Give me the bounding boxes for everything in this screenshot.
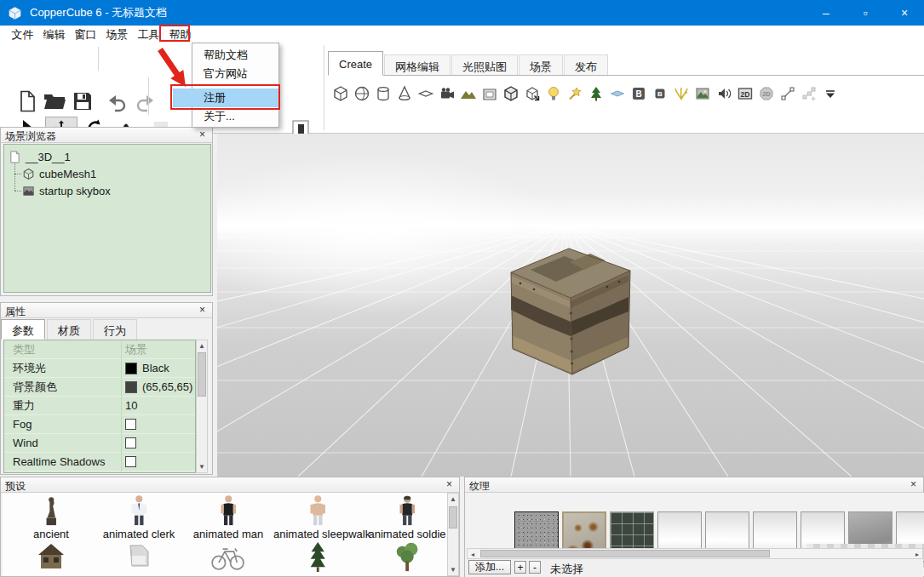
scene-browser-close-icon[interactable]: × bbox=[196, 129, 209, 141]
property-value[interactable]: 10 bbox=[121, 397, 195, 415]
tree-item-__3d__1[interactable]: __3D__1 bbox=[9, 148, 71, 165]
close-button[interactable]: × bbox=[885, 0, 924, 26]
cone-icon[interactable] bbox=[396, 85, 413, 102]
terrain-icon[interactable] bbox=[460, 85, 477, 102]
property-value[interactable] bbox=[121, 434, 195, 453]
connections-disabled-icon[interactable] bbox=[801, 85, 818, 102]
cylinder-icon[interactable] bbox=[375, 85, 392, 102]
color-swatch[interactable] bbox=[125, 381, 137, 393]
redo-icon[interactable] bbox=[134, 93, 156, 113]
menubar-item-1[interactable]: 文件 bbox=[7, 26, 38, 42]
scroll-up-icon[interactable]: ▲ bbox=[448, 494, 458, 505]
open-folder-icon[interactable] bbox=[43, 91, 66, 111]
minimize-button[interactable]: – bbox=[806, 0, 846, 26]
preset-armchair[interactable] bbox=[95, 540, 183, 573]
particle-system-icon[interactable] bbox=[566, 85, 583, 102]
checkbox[interactable] bbox=[125, 456, 136, 467]
more-dropdown-icon[interactable] bbox=[822, 85, 839, 102]
tab-2[interactable]: 网格编辑 bbox=[384, 54, 451, 75]
scroll-down-icon[interactable]: ▼ bbox=[448, 564, 458, 575]
overlay-2d-disabled-icon[interactable]: 2D bbox=[758, 85, 775, 102]
preset-person-clerk[interactable]: animated clerk bbox=[95, 494, 183, 540]
preset-thumbnail bbox=[95, 494, 183, 527]
mesh-box-icon[interactable] bbox=[502, 85, 519, 102]
viewport-3d[interactable] bbox=[217, 134, 924, 477]
preset-label: ancient bbox=[7, 528, 95, 540]
tree-item-startup-skybox[interactable]: startup skybox bbox=[22, 182, 111, 199]
presets-scrollbar[interactable]: ▲ ▼ bbox=[447, 493, 459, 576]
property-row: 背景颜色(65,65,65) bbox=[4, 378, 195, 397]
property-row: 重力10 bbox=[4, 397, 195, 415]
preset-thumbnail bbox=[7, 540, 95, 573]
scrollbar-thumb[interactable] bbox=[449, 506, 457, 528]
properties-tab-1[interactable]: 参数 bbox=[1, 319, 45, 340]
menubar-item-2[interactable]: 编辑 bbox=[38, 26, 70, 42]
maximize-button[interactable]: ▫ bbox=[846, 0, 885, 26]
sound-icon[interactable] bbox=[715, 85, 732, 102]
tab-4[interactable]: 场景 bbox=[519, 54, 563, 75]
help-menu-item-2[interactable]: 官方网站 bbox=[192, 65, 278, 83]
sphere-icon[interactable] bbox=[353, 85, 370, 102]
camera-icon[interactable] bbox=[439, 85, 456, 102]
color-swatch[interactable] bbox=[125, 363, 137, 374]
menubar-item-3[interactable]: 窗口 bbox=[70, 26, 101, 42]
preset-leafy-tree[interactable] bbox=[363, 540, 447, 573]
properties-close-icon[interactable]: × bbox=[196, 304, 209, 317]
preset-house[interactable] bbox=[7, 540, 95, 573]
tab-5[interactable]: 发布 bbox=[564, 54, 608, 75]
scrollbar-thumb[interactable] bbox=[480, 550, 770, 557]
properties-tab-2[interactable]: 材质 bbox=[47, 319, 91, 340]
help-menu-item-4[interactable]: 关于... bbox=[192, 107, 278, 126]
property-value[interactable] bbox=[121, 415, 195, 434]
tree-icon[interactable] bbox=[588, 85, 605, 102]
presets-close-icon[interactable]: × bbox=[443, 478, 456, 491]
save-icon[interactable] bbox=[72, 91, 93, 111]
skybox-icon[interactable] bbox=[524, 85, 541, 102]
path-icon[interactable] bbox=[779, 85, 796, 102]
property-value[interactable]: (65,65,65) bbox=[121, 378, 195, 397]
checkbox[interactable] bbox=[125, 419, 136, 430]
tab-1[interactable]: Create bbox=[328, 51, 383, 76]
preset-statue[interactable]: ancient bbox=[7, 494, 95, 540]
light-icon[interactable] bbox=[545, 85, 562, 102]
tree-connector bbox=[14, 191, 21, 191]
preset-person-shirtless[interactable]: animated sleepwalk bbox=[273, 494, 362, 540]
properties-tab-3[interactable]: 行为 bbox=[93, 319, 137, 340]
plus-button[interactable]: + bbox=[514, 561, 526, 574]
property-value[interactable]: 场景 bbox=[121, 340, 195, 359]
plane-icon[interactable] bbox=[417, 85, 434, 102]
property-value-text[interactable]: 10 bbox=[125, 399, 137, 412]
add-texture-button[interactable]: 添加... bbox=[468, 560, 511, 574]
room-icon[interactable] bbox=[481, 85, 498, 102]
preset-pine-tree[interactable] bbox=[273, 540, 362, 573]
menubar-item-4[interactable]: 场景 bbox=[101, 26, 133, 42]
new-document-icon[interactable] bbox=[17, 90, 37, 112]
grass-icon[interactable] bbox=[673, 85, 690, 102]
textures-close-icon[interactable]: × bbox=[907, 478, 920, 491]
property-value[interactable] bbox=[121, 453, 195, 471]
tree-item-cubemesh1[interactable]: cubeMesh1 bbox=[22, 165, 96, 182]
scroll-down-icon[interactable]: ▼ bbox=[197, 461, 207, 472]
cube-icon[interactable] bbox=[332, 85, 349, 102]
properties-scrollbar[interactable]: ▲ ▼ bbox=[196, 340, 208, 473]
toolbar-separator bbox=[98, 47, 99, 71]
property-value[interactable]: Black bbox=[121, 359, 195, 378]
help-menu-item-1[interactable]: 帮助文档 bbox=[192, 46, 278, 65]
preset-bicycle[interactable] bbox=[184, 540, 273, 573]
minus-button[interactable]: - bbox=[529, 561, 541, 574]
tab-3[interactable]: 光照贴图 bbox=[451, 54, 518, 75]
billboard-b-icon[interactable]: B bbox=[630, 85, 647, 102]
cube-object bbox=[511, 249, 630, 374]
image-panel-icon[interactable] bbox=[694, 85, 711, 102]
preset-person-black-shirt[interactable]: animated man bbox=[184, 494, 273, 540]
water-icon[interactable] bbox=[609, 85, 626, 102]
overlay-2d-icon[interactable]: 2D bbox=[737, 85, 754, 102]
undo-icon[interactable] bbox=[106, 93, 129, 113]
checkbox[interactable] bbox=[125, 437, 136, 448]
scroll-up-icon[interactable]: ▲ bbox=[197, 340, 207, 351]
textures-scrollbar[interactable]: ◂ ▸ bbox=[467, 548, 923, 559]
scrollbar-thumb[interactable] bbox=[198, 352, 206, 397]
preset-person-soldier[interactable]: animated soldie bbox=[363, 494, 447, 540]
billboard-b-small-icon[interactable]: B bbox=[651, 85, 669, 102]
scene-browser-title: 场景浏览器 bbox=[5, 130, 56, 142]
